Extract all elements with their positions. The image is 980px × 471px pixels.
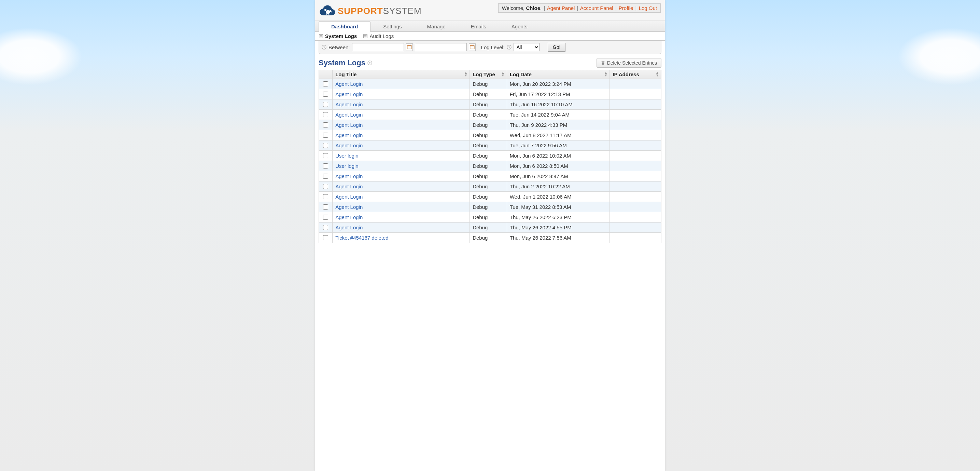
table-row: Agent LoginDebugThu, Jun 2 2022 10:22 AM [319, 182, 662, 192]
row-checkbox-cell [319, 110, 332, 120]
row-title-cell: Agent Login [332, 89, 470, 99]
log-level-label: Log Level: [481, 45, 505, 50]
svg-rect-2 [326, 13, 327, 15]
link-profile[interactable]: Profile [619, 5, 633, 11]
row-checkbox[interactable] [323, 194, 328, 199]
log-level-select[interactable]: All [514, 43, 539, 51]
row-date-cell: Thu, May 26 2022 4:55 PM [507, 222, 610, 233]
log-title-link[interactable]: Agent Login [335, 112, 363, 118]
row-checkbox[interactable] [323, 204, 328, 209]
tab-emails[interactable]: Emails [458, 21, 499, 32]
log-title-link[interactable]: Agent Login [335, 132, 363, 138]
col-header-ip[interactable]: IP Address▲▼ [610, 70, 662, 79]
tab-manage[interactable]: Manage [415, 21, 458, 32]
log-title-link[interactable]: Agent Login [335, 142, 363, 148]
row-checkbox[interactable] [323, 163, 328, 169]
row-date-cell: Wed, Jun 8 2022 11:17 AM [507, 130, 610, 141]
row-title-cell: Agent Login [332, 212, 470, 222]
link-logout[interactable]: Log Out [639, 5, 657, 11]
date-from-input[interactable] [352, 43, 404, 51]
tab-dashboard[interactable]: Dashboard [318, 21, 371, 32]
row-type-cell: Debug [470, 151, 507, 161]
table-row: Agent LoginDebugThu, Jun 9 2022 4:33 PM [319, 120, 662, 130]
row-title-cell: User login [332, 151, 470, 161]
log-title-link[interactable]: User login [335, 153, 358, 159]
row-type-cell: Debug [470, 161, 507, 171]
row-title-cell: Agent Login [332, 202, 470, 212]
log-title-link[interactable]: Agent Login [335, 214, 363, 220]
log-title-link[interactable]: Agent Login [335, 102, 363, 107]
date-to-input[interactable] [415, 43, 467, 51]
row-type-cell: Debug [470, 130, 507, 141]
col-header-type[interactable]: Log Type▲▼ [470, 70, 507, 79]
row-checkbox[interactable] [323, 184, 328, 189]
help-icon-loglevel[interactable]: ? [507, 45, 512, 49]
help-icon-title[interactable]: ? [368, 61, 372, 65]
tab-agents[interactable]: Agents [499, 21, 540, 32]
log-title-link[interactable]: User login [335, 163, 358, 169]
log-title-link[interactable]: Agent Login [335, 173, 363, 179]
row-date-cell: Mon, Jun 6 2022 8:47 AM [507, 171, 610, 182]
svg-rect-16 [408, 45, 408, 45]
go-button[interactable]: Go! [548, 43, 566, 52]
table-row: Agent LoginDebugTue, Jun 14 2022 9:04 AM [319, 110, 662, 120]
log-title-link[interactable]: Agent Login [335, 184, 363, 189]
table-row: Agent LoginDebugWed, Jun 1 2022 10:06 AM [319, 192, 662, 202]
row-checkbox[interactable] [323, 215, 328, 220]
help-icon[interactable]: ? [322, 45, 326, 49]
calendar-from-button[interactable] [406, 43, 413, 51]
delete-selected-label: Delete Selected Entries [607, 60, 657, 65]
row-checkbox-cell [319, 79, 332, 89]
row-checkbox[interactable] [323, 92, 328, 97]
row-checkbox[interactable] [323, 81, 328, 86]
calendar-to-button[interactable] [469, 43, 476, 51]
row-type-cell: Debug [470, 110, 507, 120]
row-ip-cell [610, 233, 662, 243]
table-row: Agent LoginDebugMon, Jun 6 2022 8:47 AM [319, 171, 662, 182]
log-title-link[interactable]: Agent Login [335, 122, 363, 128]
log-title-link[interactable]: Agent Login [335, 225, 363, 230]
row-type-cell: Debug [470, 182, 507, 192]
row-checkbox-cell [319, 222, 332, 233]
row-type-cell: Debug [470, 212, 507, 222]
tab-settings[interactable]: Settings [371, 21, 414, 32]
col-header-date[interactable]: Log Date▲▼ [507, 70, 610, 79]
row-checkbox[interactable] [323, 143, 328, 148]
delete-selected-button[interactable]: Delete Selected Entries [597, 58, 662, 68]
log-title-link[interactable]: Ticket #454167 deleted [335, 235, 388, 241]
svg-text:?: ? [369, 62, 371, 65]
subtab-system-logs[interactable]: System Logs [318, 33, 357, 39]
row-checkbox-cell [319, 120, 332, 130]
row-date-cell: Wed, Jun 1 2022 10:06 AM [507, 192, 610, 202]
row-checkbox[interactable] [323, 225, 328, 230]
subtab-audit-logs[interactable]: Audit Logs [363, 33, 394, 39]
row-checkbox[interactable] [323, 174, 328, 179]
link-agent-panel[interactable]: Agent Panel [547, 5, 575, 11]
log-title-link[interactable]: Agent Login [335, 81, 363, 87]
link-account-panel[interactable]: Account Panel [580, 5, 613, 11]
log-title-link[interactable]: Agent Login [335, 91, 363, 97]
welcome-username: Chloe [526, 5, 540, 11]
row-ip-cell [610, 182, 662, 192]
row-type-cell: Debug [470, 192, 507, 202]
log-title-link[interactable]: Agent Login [335, 194, 363, 200]
svg-rect-17 [410, 45, 411, 45]
svg-rect-3 [328, 13, 329, 15]
svg-rect-20 [471, 45, 471, 45]
logo-cloud-icon [319, 4, 336, 18]
row-checkbox[interactable] [323, 235, 328, 240]
row-checkbox[interactable] [323, 112, 328, 117]
log-title-link[interactable]: Agent Login [335, 204, 363, 210]
row-title-cell: Agent Login [332, 222, 470, 233]
row-checkbox[interactable] [323, 122, 328, 128]
row-checkbox[interactable] [323, 102, 328, 107]
row-title-cell: Agent Login [332, 79, 470, 89]
row-checkbox[interactable] [323, 153, 328, 158]
col-header-title[interactable]: Log Title▲▼ [332, 70, 470, 79]
row-title-cell: Agent Login [332, 182, 470, 192]
row-ip-cell [610, 171, 662, 182]
row-date-cell: Thu, May 26 2022 6:23 PM [507, 212, 610, 222]
row-date-cell: Thu, May 26 2022 7:56 AM [507, 233, 610, 243]
page-title-text: System Logs [318, 59, 365, 67]
row-checkbox[interactable] [323, 133, 328, 138]
